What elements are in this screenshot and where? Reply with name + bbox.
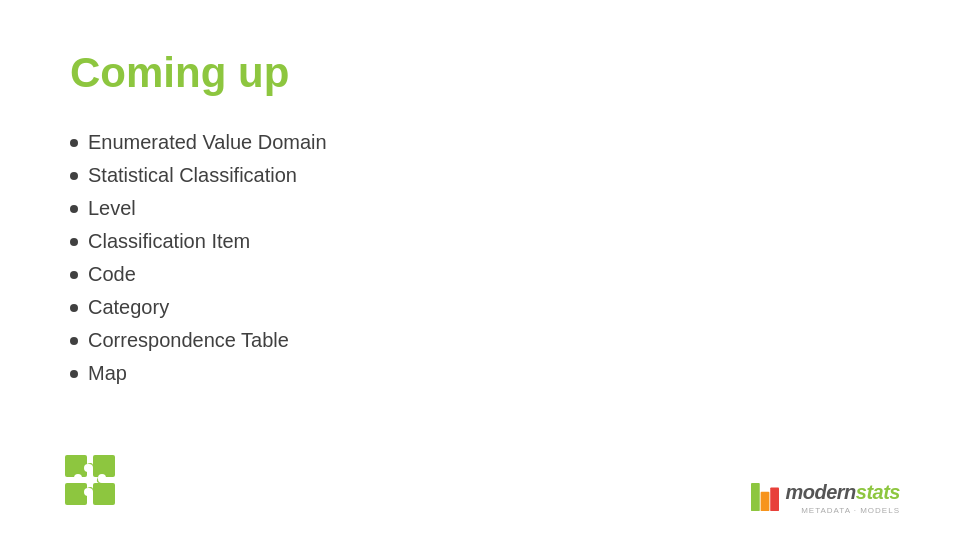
bullet-dot-icon (70, 139, 78, 147)
bullet-dot-icon (70, 304, 78, 312)
list-item-text: Correspondence Table (88, 329, 289, 352)
list-item: Enumerated Value Domain (70, 126, 890, 159)
list-item-text: Category (88, 296, 169, 319)
list-item-text: Map (88, 362, 127, 385)
svg-rect-0 (65, 455, 87, 477)
list-item: Classification Item (70, 225, 890, 258)
svg-rect-2 (65, 483, 87, 505)
list-item: Code (70, 258, 890, 291)
svg-rect-10 (771, 487, 780, 511)
list-item: Level (70, 192, 890, 225)
list-item: Correspondence Table (70, 324, 890, 357)
list-item: Category (70, 291, 890, 324)
list-item-text: Statistical Classification (88, 164, 297, 187)
svg-rect-5 (74, 474, 82, 483)
list-item-text: Level (88, 197, 136, 220)
modernstats-tagline: METADATA · MODELS (785, 506, 900, 515)
puzzle-logo (60, 450, 120, 510)
bullet-dot-icon (70, 271, 78, 279)
modernstats-logo: modernstats METADATA · MODELS (751, 479, 900, 515)
slide: Coming up Enumerated Value DomainStatist… (0, 0, 960, 540)
svg-rect-3 (93, 483, 115, 505)
svg-rect-4 (84, 464, 93, 472)
list-item: Map (70, 357, 890, 390)
slide-title: Coming up (70, 50, 890, 96)
svg-rect-9 (761, 492, 770, 511)
list-item-text: Enumerated Value Domain (88, 131, 327, 154)
list-item-text: Code (88, 263, 136, 286)
modernstats-text: modernstats (785, 479, 900, 505)
svg-rect-7 (84, 488, 93, 496)
bullet-dot-icon (70, 238, 78, 246)
bullet-list: Enumerated Value DomainStatistical Class… (70, 126, 890, 390)
svg-rect-6 (98, 474, 106, 483)
list-item: Statistical Classification (70, 159, 890, 192)
svg-rect-8 (751, 483, 760, 511)
bullet-dot-icon (70, 205, 78, 213)
bullet-dot-icon (70, 337, 78, 345)
svg-rect-1 (93, 455, 115, 477)
list-item-text: Classification Item (88, 230, 250, 253)
bullet-dot-icon (70, 172, 78, 180)
bullet-dot-icon (70, 370, 78, 378)
